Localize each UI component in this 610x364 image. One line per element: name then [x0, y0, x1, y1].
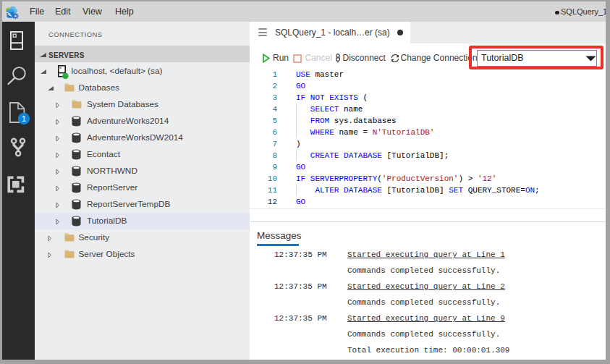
svg-text:1: 1 — [22, 114, 26, 123]
